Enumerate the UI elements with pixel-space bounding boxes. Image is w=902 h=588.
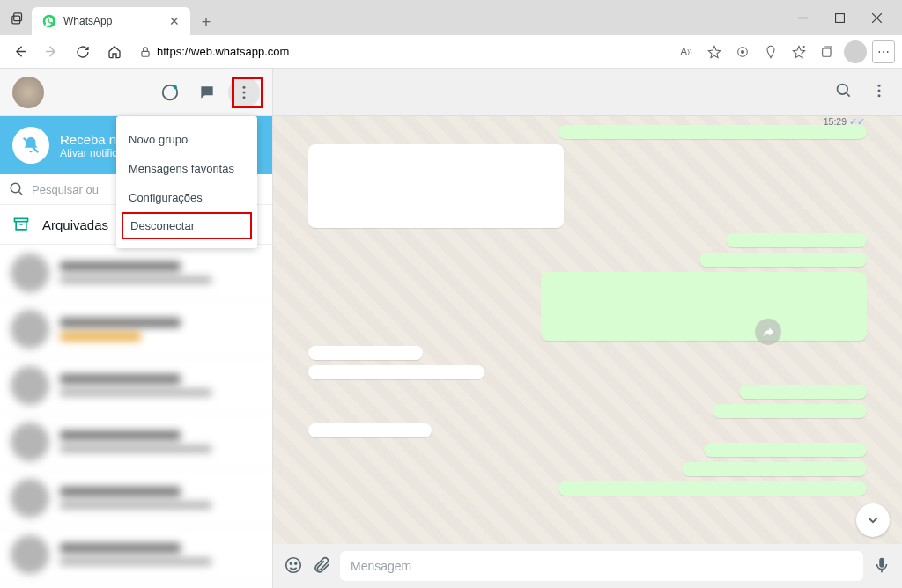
tab-title: WhatsApp <box>63 15 112 27</box>
dropdown-menu: Novo grupo Mensagens favoritas Configura… <box>116 116 257 248</box>
chat-list <box>0 245 272 588</box>
mic-icon[interactable] <box>872 555 891 577</box>
menu-mensagens-favoritas[interactable]: Mensagens favoritas <box>116 154 257 183</box>
svg-point-26 <box>290 562 292 564</box>
svg-point-12 <box>174 85 177 89</box>
favorite-icon[interactable] <box>703 40 726 63</box>
bell-slash-icon <box>12 127 49 164</box>
archive-icon <box>12 216 30 233</box>
window-maximize-button[interactable] <box>826 4 853 31</box>
message-out[interactable] <box>739 385 867 399</box>
back-button[interactable] <box>7 40 32 64</box>
chat-list-item[interactable] <box>0 526 272 583</box>
svg-rect-28 <box>879 557 884 567</box>
message-input[interactable]: Mensagem <box>340 551 863 581</box>
extension-icon-1[interactable] <box>731 40 754 63</box>
browser-title-bar: WhatsApp ✕ + <box>0 0 902 35</box>
chat-list-item[interactable] <box>0 414 272 470</box>
message-out[interactable] <box>726 233 867 247</box>
extension-icon-2[interactable] <box>759 40 782 63</box>
status-icon[interactable] <box>154 77 186 108</box>
svg-point-7 <box>741 50 744 54</box>
message-in[interactable] <box>308 365 484 379</box>
search-placeholder: Pesquisar ou <box>32 183 99 196</box>
message-input-placeholder: Mensagem <box>351 559 411 573</box>
annotation-highlight-menu <box>232 77 263 108</box>
message-in[interactable] <box>308 144 564 228</box>
svg-rect-4 <box>835 13 844 22</box>
message-out[interactable] <box>699 253 867 267</box>
svg-point-27 <box>295 562 297 564</box>
menu-novo-grupo[interactable]: Novo grupo <box>116 125 257 154</box>
svg-line-18 <box>18 191 22 195</box>
menu-desconectar[interactable]: Desconectar <box>122 212 252 239</box>
chat-list-item[interactable] <box>0 470 272 526</box>
window-close-button[interactable] <box>863 4 890 31</box>
lock-icon <box>139 46 152 58</box>
archived-label: Arquivadas <box>42 217 108 232</box>
url-input[interactable]: https://web.whatsapp.com <box>134 45 668 58</box>
search-in-chat-icon[interactable] <box>835 82 853 102</box>
chat-list-item[interactable] <box>0 301 272 357</box>
chat-list-item[interactable] <box>0 357 272 414</box>
scroll-to-bottom-button[interactable] <box>856 503 890 537</box>
svg-point-25 <box>286 557 301 572</box>
browser-more-button[interactable]: ⋯ <box>872 40 895 63</box>
sidebar-header <box>0 69 272 116</box>
message-out[interactable] <box>704 443 867 457</box>
forward-icon[interactable] <box>755 319 781 345</box>
collections-icon[interactable] <box>816 40 839 63</box>
chat-header <box>273 69 902 116</box>
profile-avatar[interactable] <box>844 40 867 63</box>
chat-pane: 15:29 ✓✓ <box>273 69 902 588</box>
svg-rect-19 <box>15 218 28 221</box>
svg-point-24 <box>878 94 881 97</box>
home-button[interactable] <box>102 40 127 64</box>
window-minimize-button[interactable] <box>789 4 816 31</box>
forward-button <box>39 40 63 64</box>
reload-button[interactable] <box>70 40 95 64</box>
new-tab-button[interactable]: + <box>196 11 217 33</box>
browser-tab[interactable]: WhatsApp ✕ <box>32 7 190 35</box>
svg-rect-5 <box>142 51 149 56</box>
message-composer: Mensagem <box>273 544 902 588</box>
message-out[interactable] <box>558 481 867 496</box>
svg-line-21 <box>847 93 850 97</box>
chat-list-item[interactable] <box>0 245 272 301</box>
chat-menu-icon[interactable] <box>870 82 888 102</box>
attach-icon[interactable] <box>312 555 331 577</box>
svg-point-23 <box>878 90 881 92</box>
search-icon <box>9 181 25 197</box>
tab-actions-icon[interactable] <box>7 8 26 27</box>
svg-rect-10 <box>823 48 831 56</box>
messages-container: 15:29 ✓✓ <box>273 116 902 544</box>
message-out[interactable] <box>558 125 867 139</box>
message-in[interactable] <box>308 346 423 360</box>
read-aloud-icon[interactable]: A)) <box>675 40 698 63</box>
user-avatar[interactable] <box>12 77 44 108</box>
svg-point-20 <box>838 85 848 95</box>
browser-address-bar: https://web.whatsapp.com A)) ⋯ <box>0 35 902 69</box>
svg-point-22 <box>878 85 881 87</box>
sidebar: Novo grupo Mensagens favoritas Configura… <box>0 69 273 588</box>
svg-point-17 <box>11 183 20 193</box>
whatsapp-logo-icon <box>42 14 56 28</box>
url-text: https://web.whatsapp.com <box>157 45 289 58</box>
message-out[interactable] <box>713 404 867 418</box>
message-out[interactable] <box>541 272 867 341</box>
favorites-star-icon[interactable] <box>787 40 810 63</box>
new-chat-icon[interactable] <box>191 77 223 108</box>
emoji-icon[interactable] <box>284 555 303 577</box>
tab-close-icon[interactable]: ✕ <box>169 14 180 28</box>
message-in[interactable] <box>308 423 432 437</box>
message-out[interactable] <box>682 462 867 476</box>
menu-configuracoes[interactable]: Configurações <box>116 183 257 212</box>
